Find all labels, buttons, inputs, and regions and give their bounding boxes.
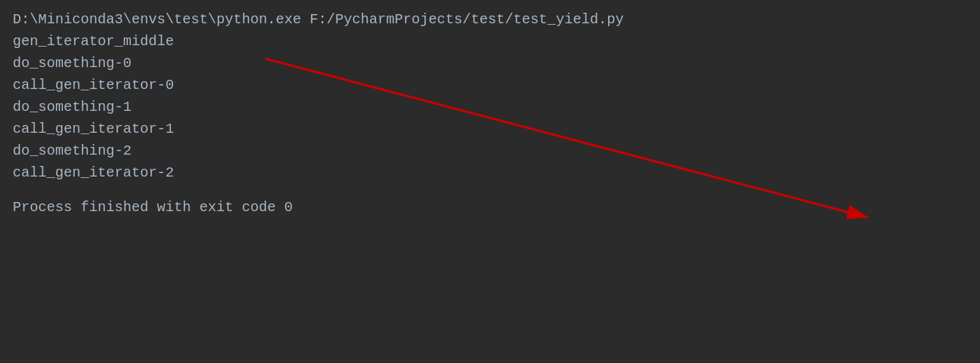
terminal-line-call-gen-iterator-1: call_gen_iterator-1 bbox=[13, 118, 967, 140]
terminal-line-call-gen-iterator-2: call_gen_iterator-2 bbox=[13, 162, 967, 184]
terminal-process-line: Process finished with exit code 0 bbox=[13, 196, 967, 218]
terminal-line-command: D:\Miniconda3\envs\test\python.exe F:/Py… bbox=[13, 8, 967, 30]
terminal-line-do-something-0: do_something-0 bbox=[13, 52, 967, 74]
terminal-window: D:\Miniconda3\envs\test\python.exe F:/Py… bbox=[0, 0, 980, 363]
terminal-line-call-gen-iterator-0: call_gen_iterator-0 bbox=[13, 74, 967, 96]
terminal-line-do-something-2: do_something-2 bbox=[13, 140, 967, 162]
terminal-line-gen-iterator-middle: gen_iterator_middle bbox=[13, 30, 967, 52]
terminal-line-do-something-1: do_something-1 bbox=[13, 96, 967, 118]
